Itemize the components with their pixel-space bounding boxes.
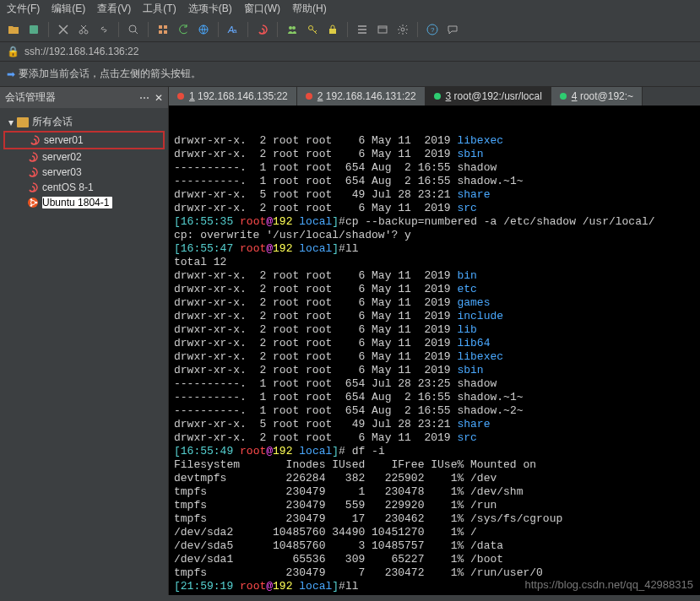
swirl-icon (29, 134, 41, 146)
status-dot (560, 93, 567, 100)
cut-icon[interactable] (55, 21, 72, 38)
arrow-icon: ➡ (7, 68, 15, 80)
svg-point-11 (289, 26, 292, 30)
svg-point-3 (129, 25, 136, 32)
lock-icon: 🔒 (7, 46, 19, 57)
folder-icon (17, 117, 29, 127)
grid-icon[interactable] (155, 21, 171, 38)
key-icon[interactable] (304, 21, 321, 38)
menu-item[interactable]: 选项卡(B) (188, 2, 232, 16)
session-item[interactable]: server01 (3, 131, 165, 149)
svg-point-12 (292, 26, 296, 30)
ubuntu-icon (27, 197, 39, 208)
menubar: 文件(F)编辑(E)查看(V)工具(T)选项卡(B)窗口(W)帮助(H) (0, 0, 700, 18)
sidebar-close-icon[interactable]: ✕ (155, 92, 163, 104)
session-tree: ▾ 所有会话 server01server02server03centOS 8-… (0, 108, 168, 215)
hint-text: 要添加当前会话，点击左侧的箭头按钮。 (19, 67, 201, 81)
terminal-tab[interactable]: 1 192.168.146.135:22 (169, 87, 297, 106)
hint-bar: ➡ 要添加当前会话，点击左侧的箭头按钮。 (0, 62, 700, 87)
svg-rect-15 (378, 26, 387, 33)
save-icon[interactable] (25, 21, 42, 38)
separator (277, 22, 278, 37)
status-dot (434, 93, 441, 100)
svg-point-2 (84, 30, 88, 34)
separator (417, 22, 418, 37)
svg-point-21 (35, 202, 38, 204)
sidebar-title: 会话管理器 (5, 90, 56, 105)
terminal-tab[interactable]: 3 root@192:/usr/local (426, 87, 551, 106)
folder-icon[interactable] (5, 21, 22, 38)
separator (118, 22, 119, 37)
menu-item[interactable]: 编辑(E) (52, 2, 85, 16)
address-url[interactable]: ssh://192.168.146.136:22 (24, 46, 138, 57)
tab-label: 3 root@192:/usr/local (446, 90, 542, 102)
menu-item[interactable]: 窗口(W) (244, 2, 280, 16)
sidebar-menu-icon[interactable]: ⋯ (139, 92, 149, 104)
toolbar: Aa? (0, 18, 700, 42)
swirl-icon (27, 181, 39, 193)
menu-item[interactable]: 查看(V) (97, 2, 131, 16)
svg-rect-4 (159, 25, 162, 29)
scissors-icon[interactable] (75, 21, 92, 38)
separator (247, 22, 248, 37)
menu-item[interactable]: 帮助(H) (292, 2, 327, 16)
svg-point-1 (79, 30, 83, 34)
terminal-tab[interactable]: 4 root@192:~ (551, 87, 643, 106)
separator (218, 22, 219, 37)
session-label: server01 (44, 134, 84, 146)
tab-label: 1 192.168.146.135:22 (189, 90, 288, 102)
svg-rect-6 (159, 30, 162, 34)
status-dot (177, 93, 184, 100)
session-label: server02 (42, 151, 82, 163)
status-dot (306, 93, 312, 100)
session-sidebar: 会话管理器 ⋯ ✕ ▾ 所有会话 server01server02server0… (0, 87, 169, 595)
sidebar-header: 会话管理器 ⋯ ✕ (0, 87, 168, 108)
session-item[interactable]: server03 (3, 165, 165, 180)
terminal-tabs: 1 192.168.146.135:222 192.168.146.131:22… (169, 87, 700, 106)
gear-icon[interactable] (394, 21, 411, 38)
search-icon[interactable] (125, 21, 142, 38)
menu-item[interactable]: 文件(F) (7, 2, 40, 16)
terminal-tab[interactable]: 2 192.168.146.131:22 (297, 87, 426, 106)
globe-icon[interactable] (195, 21, 212, 38)
svg-point-22 (30, 198, 33, 201)
collapse-icon[interactable]: ▾ (8, 116, 14, 128)
lock-icon[interactable] (324, 21, 341, 38)
separator (347, 22, 348, 37)
svg-rect-14 (329, 29, 336, 34)
swirl-icon[interactable] (254, 21, 271, 38)
swirl-icon (27, 151, 39, 163)
swirl-icon (27, 166, 39, 178)
session-label: server03 (42, 166, 82, 178)
font-icon[interactable]: Aa (225, 21, 241, 38)
separator (48, 22, 49, 37)
svg-rect-5 (164, 25, 167, 29)
svg-rect-7 (164, 30, 167, 34)
refresh-icon[interactable] (175, 21, 192, 38)
svg-point-16 (401, 28, 404, 31)
session-item[interactable]: Ubuntu 1804-1 (3, 195, 165, 210)
separator (148, 22, 149, 37)
tab-label: 2 192.168.146.131:22 (317, 90, 416, 102)
tree-root[interactable]: ▾ 所有会话 (3, 113, 165, 131)
people-icon[interactable] (284, 21, 301, 38)
session-label: centOS 8-1 (42, 181, 94, 193)
watermark: https://blog.csdn.net/qq_42988315 (525, 578, 694, 592)
help-icon[interactable]: ? (424, 21, 441, 38)
svg-text:a: a (233, 27, 237, 35)
terminal[interactable]: drwxr-xr-x. 2 root root 6 May 11 2019 li… (169, 106, 700, 595)
tab-label: 4 root@192:~ (572, 90, 633, 102)
address-bar: 🔒 ssh://192.168.146.136:22 (0, 42, 700, 62)
window-icon[interactable] (374, 21, 391, 38)
link-icon[interactable] (95, 21, 112, 38)
svg-text:?: ? (431, 26, 435, 34)
session-label: Ubuntu 1804-1 (42, 197, 112, 208)
menu-item[interactable]: 工具(T) (143, 2, 176, 16)
svg-rect-0 (30, 25, 38, 34)
list-icon[interactable] (354, 21, 371, 38)
svg-point-13 (309, 26, 313, 30)
chat-icon[interactable] (444, 21, 461, 38)
root-label: 所有会话 (32, 115, 73, 129)
session-item[interactable]: centOS 8-1 (3, 180, 165, 195)
session-item[interactable]: server02 (3, 149, 165, 165)
